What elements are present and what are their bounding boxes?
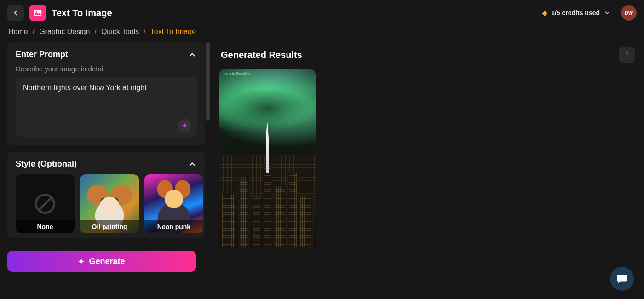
style-label: None — [16, 220, 75, 233]
breadcrumb-separator: / — [144, 28, 145, 36]
prompt-box: ✦ — [16, 77, 197, 137]
arrow-left-icon — [12, 9, 20, 17]
chevron-up-icon[interactable] — [188, 160, 197, 169]
results-more-button[interactable] — [619, 47, 635, 63]
svg-line-3 — [39, 197, 52, 210]
credits-dropdown[interactable]: ◆ 1/5 credits used — [542, 9, 611, 17]
breadcrumb-quick-tools[interactable]: Quick Tools — [101, 28, 139, 36]
chat-icon — [616, 273, 628, 285]
style-heading: Style (Optional) — [16, 159, 77, 169]
svg-point-6 — [627, 56, 628, 58]
style-label: Neon punk — [144, 220, 203, 233]
image-watermark: made in Simplified — [223, 72, 252, 75]
generate-label: Generate — [89, 257, 125, 266]
chat-button[interactable] — [610, 267, 634, 291]
breadcrumb: Home / Graphic Design / Quick Tools / Te… — [0, 26, 644, 42]
prompt-panel: Enter Prompt Describe your image in deta… — [7, 42, 205, 145]
prompt-input[interactable] — [23, 84, 190, 125]
style-option-neon-punk[interactable]: Neon punk — [144, 174, 203, 233]
image-icon — [33, 8, 43, 18]
sparkle-icon: ✦ — [78, 257, 84, 266]
breadcrumb-separator: / — [94, 28, 96, 36]
prompt-subtext: Describe your image in detail — [16, 65, 197, 73]
breadcrumb-home[interactable]: Home — [8, 28, 28, 36]
chevron-up-icon[interactable] — [188, 50, 197, 59]
kebab-icon — [623, 51, 631, 58]
prompt-heading: Enter Prompt — [16, 50, 68, 59]
page-title: Text To Image — [52, 8, 112, 18]
breadcrumb-graphic-design[interactable]: Graphic Design — [39, 28, 90, 36]
generate-button[interactable]: ✦ Generate — [7, 251, 196, 272]
ai-enhance-button[interactable]: ✦ — [178, 119, 191, 132]
style-option-none[interactable]: None — [16, 174, 75, 233]
breadcrumb-current: Text To Image — [150, 28, 196, 36]
svg-point-5 — [627, 54, 628, 56]
diamond-icon: ◆ — [542, 9, 547, 17]
results-heading: Generated Results — [221, 50, 302, 60]
chevron-down-icon — [604, 9, 611, 17]
back-button[interactable] — [7, 5, 24, 21]
avatar[interactable]: DW — [621, 5, 637, 21]
svg-point-4 — [627, 52, 628, 53]
credits-label: 1/5 credits used — [551, 9, 600, 17]
style-panel: Style (Optional) None Oil painting Neon … — [7, 152, 205, 238]
style-option-oil-painting[interactable]: Oil painting — [80, 174, 139, 233]
scrollbar[interactable] — [206, 42, 210, 121]
sparkle-icon: ✦ — [182, 121, 188, 130]
app-logo — [29, 5, 46, 21]
svg-point-1 — [35, 12, 37, 13]
breadcrumb-separator: / — [33, 28, 34, 36]
generated-image[interactable]: made in Simplified — [219, 69, 316, 248]
style-label: Oil painting — [80, 220, 139, 233]
